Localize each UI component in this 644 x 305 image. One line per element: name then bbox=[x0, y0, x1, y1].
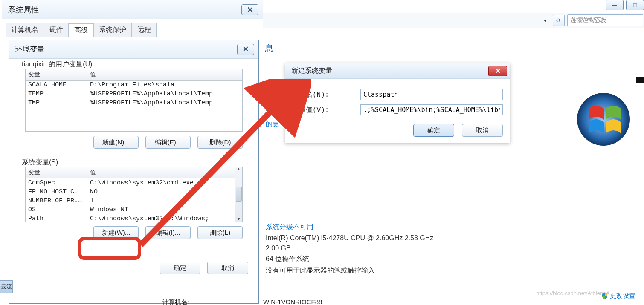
windows-logo-icon bbox=[576, 92, 631, 147]
maximize-button[interactable]: □ bbox=[626, 0, 644, 10]
sysprops-titlebar: 系统属性 ✕ bbox=[2, 0, 263, 19]
system-type: 64 位操作系统 bbox=[266, 255, 641, 264]
user-delete-button[interactable]: 删除(D) bbox=[197, 136, 243, 149]
close-icon: ✕ bbox=[495, 67, 501, 75]
refresh-button[interactable]: ⟳ bbox=[553, 15, 565, 26]
system-vars-group: 系统变量(S) 变量 值 ComSpec C:\Windows\system32… bbox=[20, 163, 248, 245]
change-settings-link[interactable]: 更改设置 bbox=[601, 292, 635, 300]
tab-computer-name[interactable]: 计算机名 bbox=[6, 23, 44, 37]
list-item[interactable]: Path C:\Windows\system32;C:\Windows; bbox=[26, 214, 242, 222]
ram-info: 2.00 GB bbox=[266, 245, 641, 252]
list-item[interactable]: ComSpec C:\Windows\system32\cmd.exe bbox=[26, 178, 242, 187]
chevron-down-icon[interactable]: ▾ bbox=[540, 15, 550, 26]
nsv-cancel-button[interactable]: 取消 bbox=[462, 124, 503, 137]
edge-artifact bbox=[636, 77, 644, 83]
system-properties-dialog: 系统属性 ✕ 计算机名 硬件 高级 系统保护 远程 环境变量 ✕ tianqix… bbox=[2, 0, 263, 305]
envdlg-title: 环境变量 bbox=[15, 44, 44, 54]
var-name-label: 变量名(N): bbox=[292, 90, 360, 99]
environment-variables-dialog: 环境变量 ✕ tianqixin 的用户变量(U) 变量 值 SCALA_HOM… bbox=[9, 40, 259, 304]
col-val-header[interactable]: 值 bbox=[87, 167, 242, 178]
col-var-header[interactable]: 变量 bbox=[26, 167, 87, 178]
envdlg-titlebar: 环境变量 ✕ bbox=[9, 40, 258, 59]
col-val-header[interactable]: 值 bbox=[87, 69, 242, 80]
tab-remote[interactable]: 远程 bbox=[132, 23, 157, 37]
list-item[interactable]: SCALA_HOME D:\Program Files\scala bbox=[26, 81, 242, 89]
nsv-ok-button[interactable]: 确定 bbox=[413, 124, 454, 137]
computer-name-label: 计算机名: bbox=[162, 298, 189, 305]
search-input[interactable]: 搜索控制面板 bbox=[567, 14, 643, 26]
list-item[interactable]: FP_NO_HOST_C... NO bbox=[26, 187, 242, 196]
shield-icon bbox=[601, 293, 608, 299]
new-system-variable-dialog: 新建系统变量 ✕ 变量名(N): 变量值(V): 确定 取消 bbox=[285, 63, 510, 143]
user-edit-button[interactable]: 编辑(E)... bbox=[145, 136, 191, 149]
tab-hardware[interactable]: 硬件 bbox=[44, 23, 69, 37]
watermark: https://blog.csdn.net/AthlenaA bbox=[536, 290, 610, 296]
envdlg-ok-button[interactable]: 确定 bbox=[160, 262, 200, 274]
user-vars-legend: tianqixin 的用户变量(U) bbox=[20, 60, 94, 69]
user-new-button[interactable]: 新建(N)... bbox=[93, 136, 139, 149]
rating-link[interactable]: 系统分级不可用 bbox=[266, 223, 641, 232]
list-item[interactable]: OS Windows_NT bbox=[26, 205, 242, 214]
section-heading: 息 bbox=[265, 43, 644, 54]
scroll-down-icon[interactable]: ▼ bbox=[237, 217, 240, 222]
envdlg-cancel-button[interactable]: 取消 bbox=[207, 262, 248, 274]
col-var-header[interactable]: 变量 bbox=[26, 69, 87, 80]
envdlg-close-button[interactable]: ✕ bbox=[237, 44, 254, 55]
user-vars-list[interactable]: 变量 值 SCALA_HOME D:\Program Files\scala T… bbox=[25, 69, 243, 132]
sysprops-title: 系统属性 bbox=[8, 5, 39, 15]
address-bar-row: ▾ ⟳ 搜索控制面板 bbox=[263, 13, 644, 28]
list-item[interactable]: NUMBER_OF_PR... 1 bbox=[26, 196, 242, 205]
var-value-label: 变量值(V): bbox=[292, 106, 360, 115]
pentouch-info: 没有可用于此显示器的笔或触控输入 bbox=[266, 266, 641, 275]
tab-system-protection[interactable]: 系统保护 bbox=[93, 23, 132, 37]
nsv-title: 新建系统变量 bbox=[291, 66, 332, 75]
tab-advanced[interactable]: 高级 bbox=[69, 23, 93, 37]
system-new-button[interactable]: 新建(W)... bbox=[93, 226, 139, 239]
var-name-input[interactable] bbox=[360, 89, 503, 100]
scroll-up-icon[interactable]: ▲ bbox=[237, 167, 240, 172]
list-item[interactable]: TEMP %USERPROFILE%\AppData\Local\Temp bbox=[26, 89, 242, 98]
user-vars-group: tianqixin 的用户变量(U) 变量 值 SCALA_HOME D:\Pr… bbox=[20, 65, 248, 155]
close-icon: ✕ bbox=[243, 45, 249, 54]
taskbar-item[interactable]: 云流 bbox=[0, 280, 13, 293]
sysprops-tabs: 计算机名 硬件 高级 系统保护 远程 bbox=[2, 19, 263, 37]
sysprops-close-button[interactable]: ✕ bbox=[241, 4, 258, 15]
nsv-close-button[interactable]: ✕ bbox=[488, 66, 507, 76]
system-delete-button[interactable]: 删除(L) bbox=[197, 226, 243, 239]
change-settings-label: 更改设置 bbox=[610, 292, 635, 300]
var-value-input[interactable] bbox=[360, 104, 503, 115]
minimize-button[interactable]: ─ bbox=[606, 0, 624, 10]
computer-name-value: WIN-1VONRIOCF88 bbox=[263, 298, 322, 305]
list-item[interactable]: TMP %USERPROFILE%\AppData\Local\Temp bbox=[26, 98, 242, 107]
scroll-thumb[interactable] bbox=[236, 187, 242, 202]
system-vars-legend: 系统变量(S) bbox=[20, 158, 60, 167]
system-vars-list[interactable]: 变量 值 ComSpec C:\Windows\system32\cmd.exe… bbox=[25, 167, 243, 222]
refresh-icon: ⟳ bbox=[556, 17, 561, 24]
nsv-titlebar: 新建系统变量 ✕ bbox=[285, 63, 510, 79]
system-edit-button[interactable]: 编辑(I)... bbox=[145, 226, 191, 239]
cpu-info: Intel(R) Core(TM) i5-4278U CPU @ 2.60GHz… bbox=[266, 234, 641, 242]
scrollbar[interactable]: ▲ ▼ bbox=[235, 167, 242, 222]
close-icon: ✕ bbox=[247, 5, 253, 14]
